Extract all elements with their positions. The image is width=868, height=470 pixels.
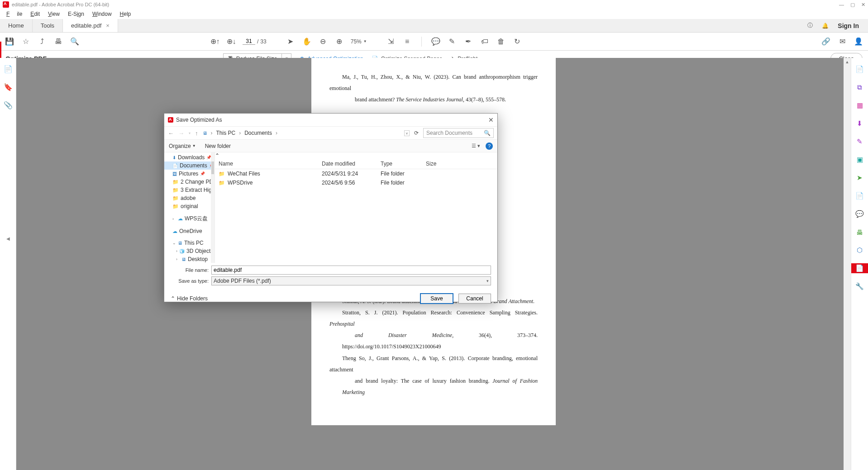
optimize-tool-icon[interactable]: 📄 — [851, 263, 868, 273]
savetype-dropdown[interactable]: Adobe PDF Files (*.pdf)▾ — [211, 276, 491, 285]
highlight-icon[interactable]: ✎ — [447, 37, 457, 47]
edit-pdf-icon[interactable]: ▦ — [855, 100, 865, 110]
tab-home[interactable]: Home — [0, 19, 33, 32]
dialog-help-icon[interactable]: ? — [486, 142, 493, 150]
export-icon[interactable]: ⬇ — [855, 119, 865, 128]
sign-icon[interactable]: ✒ — [463, 37, 473, 47]
file-list-header[interactable]: Name Date modified Type Size — [215, 159, 497, 169]
zoom-dropdown[interactable]: 75%▼ — [351, 38, 367, 45]
page-current-input[interactable] — [243, 38, 255, 45]
combine-icon[interactable]: ⧉ — [855, 82, 865, 92]
tree-onedrive[interactable]: ☁OneDrive — [164, 227, 215, 235]
stamp-icon[interactable]: 🏷 — [480, 37, 490, 47]
tree-adobe[interactable]: 📁adobe — [164, 194, 215, 202]
search-icon[interactable]: 🔍 — [70, 37, 80, 47]
crumb-this-pc[interactable]: This PC — [216, 130, 236, 136]
tab-close-icon[interactable]: × — [106, 22, 110, 29]
scan-tool-icon[interactable]: 🖶 — [855, 227, 865, 237]
menu-esign[interactable]: E-Sign — [64, 10, 88, 18]
menu-view[interactable]: View — [44, 10, 63, 18]
view-mode-icon[interactable]: ☰ ▾ — [472, 143, 480, 149]
help-icon[interactable]: ⓘ — [807, 22, 813, 29]
star-icon[interactable]: ☆ — [21, 37, 31, 47]
tree-extract[interactable]: 📁3 Extract High — [164, 186, 215, 194]
tree-wps[interactable]: ›☁WPS云盘 — [164, 214, 215, 223]
tree-change-pdf[interactable]: 📁2 Change PDF — [164, 178, 215, 186]
nav-up-icon[interactable]: ↑ — [195, 130, 198, 137]
organize-icon[interactable]: ▣ — [855, 155, 865, 165]
link-icon[interactable]: 🔗 — [821, 37, 831, 47]
zoom-in-icon[interactable]: ⊕ — [334, 37, 344, 47]
crumb-documents[interactable]: Documents — [244, 130, 272, 136]
fit-width-icon[interactable]: ⇲ — [386, 37, 396, 47]
vertical-scrollbar[interactable]: ▲ — [844, 58, 851, 470]
sign-tool-icon[interactable]: ✎ — [855, 137, 865, 147]
menu-file[interactable]: File — [3, 10, 26, 18]
close-window-icon[interactable]: ✕ — [861, 2, 865, 8]
attachments-icon[interactable]: 📎 — [4, 100, 13, 109]
tab-document[interactable]: editable.pdf × — [63, 19, 118, 32]
hand-tool-icon[interactable]: ✋ — [302, 37, 312, 47]
comment-icon[interactable]: 💬 — [431, 37, 441, 47]
print-icon[interactable]: 🖶 — [53, 37, 63, 47]
rotate-icon[interactable]: ↻ — [512, 37, 522, 47]
comment-tool-icon[interactable]: 📄 — [855, 191, 865, 201]
organize-dropdown[interactable]: Organize▼ — [169, 143, 196, 149]
notifications-icon[interactable]: 🔔 — [822, 23, 829, 29]
menu-edit[interactable]: Edit — [27, 10, 43, 18]
list-item[interactable]: 📁WeChat Files 2024/5/31 9:24 File folder — [215, 169, 497, 178]
tree-documents[interactable]: 📄Documents 📌 — [164, 161, 215, 170]
ruler-icon[interactable]: ≡ — [402, 37, 412, 47]
minimize-icon[interactable]: — — [839, 2, 844, 8]
collapse-left-icon[interactable]: ◀ — [6, 236, 10, 241]
save-icon[interactable]: 💾 — [5, 37, 14, 47]
folder-tree[interactable]: ⬇Downloads 📌 📄Documents 📌 🖼Pictures 📌 📁2… — [164, 152, 215, 263]
tree-downloads[interactable]: ⬇Downloads 📌 — [164, 153, 215, 161]
zoom-out-icon[interactable]: ⊖ — [318, 37, 328, 47]
maximize-icon[interactable]: ▢ — [850, 2, 855, 8]
col-date[interactable]: Date modified — [322, 161, 381, 167]
save-button[interactable]: Save — [420, 294, 453, 304]
col-type[interactable]: Type — [381, 161, 426, 167]
sign-in-button[interactable]: Sign In — [838, 22, 859, 29]
nav-back-icon[interactable]: ← — [168, 130, 174, 137]
col-size[interactable]: Size — [426, 161, 453, 167]
hide-folders-toggle[interactable]: ⌃ Hide Folders — [171, 295, 208, 302]
page-down-icon[interactable]: ⊕↓ — [226, 37, 236, 47]
tree-desktop[interactable]: ›🖥Desktop — [164, 255, 215, 263]
tree-3d-objects[interactable]: ›🧊3D Objects — [164, 247, 215, 255]
list-item[interactable]: 📁WPSDrive 2024/5/6 9:56 File folder — [215, 178, 497, 187]
new-folder-button[interactable]: New folder — [205, 143, 231, 149]
note-icon[interactable]: 💬 — [855, 209, 865, 219]
menu-window[interactable]: Window — [89, 10, 115, 18]
account-icon[interactable]: 👤 — [854, 37, 863, 47]
file-list[interactable]: ⌃ Name Date modified Type Size 📁WeChat F… — [215, 152, 497, 263]
tree-this-pc[interactable]: ⌄🖥This PC — [164, 239, 215, 247]
cancel-button[interactable]: Cancel — [458, 294, 491, 304]
search-box[interactable]: Search Documents 🔍 — [423, 128, 494, 138]
filename-input[interactable] — [211, 266, 491, 275]
create-pdf-icon[interactable]: 📄 — [855, 64, 865, 74]
delete-icon[interactable]: 🗑 — [496, 37, 506, 47]
refresh-icon[interactable]: ⟳ — [414, 130, 419, 136]
mail-icon[interactable]: ✉ — [837, 37, 847, 47]
thumbnails-icon[interactable]: 📄 — [4, 64, 13, 73]
scroll-up-icon[interactable]: ▲ — [844, 60, 850, 64]
tree-original[interactable]: 📁original — [164, 202, 215, 210]
tree-scrollbar[interactable] — [211, 152, 215, 263]
bookmarks-icon[interactable]: 🔖 — [4, 82, 13, 91]
col-name[interactable]: Name — [219, 161, 322, 167]
more-tools-icon[interactable]: 🔧 — [855, 281, 865, 291]
menu-help[interactable]: Help — [116, 10, 135, 18]
breadcrumb-dropdown-icon[interactable]: v — [404, 130, 410, 136]
tab-tools[interactable]: Tools — [33, 19, 63, 32]
send-icon[interactable]: ➤ — [855, 173, 865, 183]
page-up-icon[interactable]: ⊕↑ — [210, 37, 220, 47]
nav-history-icon[interactable]: ▾ — [189, 131, 191, 135]
tree-pictures[interactable]: 🖼Pictures 📌 — [164, 170, 215, 178]
protect-icon[interactable]: ⬡ — [855, 245, 865, 255]
dialog-close-icon[interactable]: ✕ — [488, 116, 494, 123]
share-icon[interactable]: ⤴ — [37, 37, 47, 47]
select-tool-icon[interactable]: ➤ — [286, 37, 296, 47]
breadcrumb[interactable]: 🖥 › This PC › Documents › v — [203, 130, 410, 136]
